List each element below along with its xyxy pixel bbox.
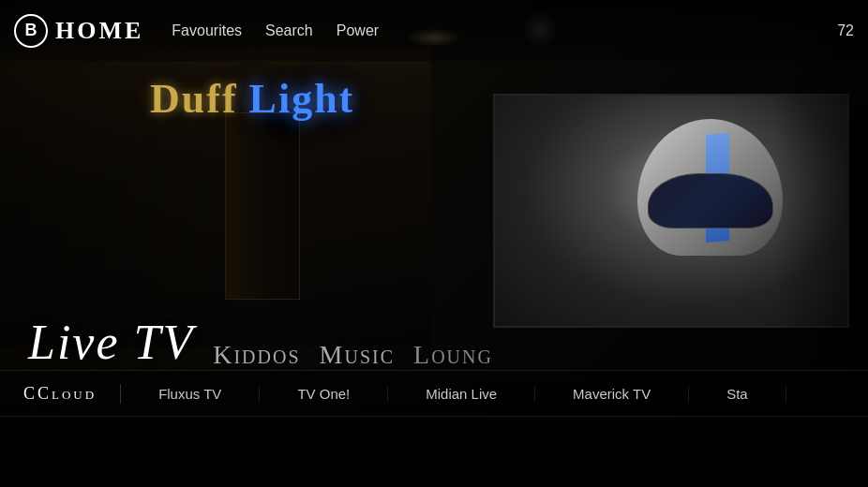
category-live-tv[interactable]: Live TV xyxy=(19,310,203,375)
logo-circle: B xyxy=(14,14,48,48)
channel-midian-live[interactable]: Midian Live xyxy=(388,386,535,402)
channel-section-label: CCloud xyxy=(0,384,121,404)
channel-items: Fluxus TV TV One! Midian Live Maverick T… xyxy=(121,386,868,402)
category-kiddos[interactable]: Kiddos xyxy=(203,335,309,375)
category-live-tv-label: Live TV xyxy=(28,316,194,369)
category-music[interactable]: Music xyxy=(310,335,404,375)
nav-title: Home xyxy=(55,17,143,45)
channel-strip: CCloud Fluxus TV TV One! Midian Live Mav… xyxy=(0,370,868,417)
channel-fluxus-tv[interactable]: Fluxus TV xyxy=(121,386,260,402)
nav-favourites[interactable]: Favourites xyxy=(172,22,242,39)
category-bar: Live TV Kiddos Music Loung xyxy=(0,310,868,375)
nav-resolution: 72 xyxy=(837,22,854,39)
sign-word1: Duff xyxy=(150,76,238,122)
category-lounge[interactable]: Loung xyxy=(404,335,502,375)
extra-bottom-bar xyxy=(0,417,868,487)
top-nav: B Home Favourites Search Power 72 xyxy=(0,0,868,61)
sign-word2: Light xyxy=(249,76,355,122)
nav-power[interactable]: Power xyxy=(337,22,379,39)
nav-links: Favourites Search Power xyxy=(172,22,379,39)
logo: B Home xyxy=(14,14,143,48)
channel-sta[interactable]: Sta xyxy=(689,386,786,402)
nav-search[interactable]: Search xyxy=(265,22,313,39)
channel-maverick-tv[interactable]: Maverick TV xyxy=(535,386,689,402)
channel-tv-one[interactable]: TV One! xyxy=(260,386,388,402)
logo-letter: B xyxy=(25,21,37,40)
helmet-visor xyxy=(648,173,773,229)
sign-area: Duff Light xyxy=(150,75,354,123)
